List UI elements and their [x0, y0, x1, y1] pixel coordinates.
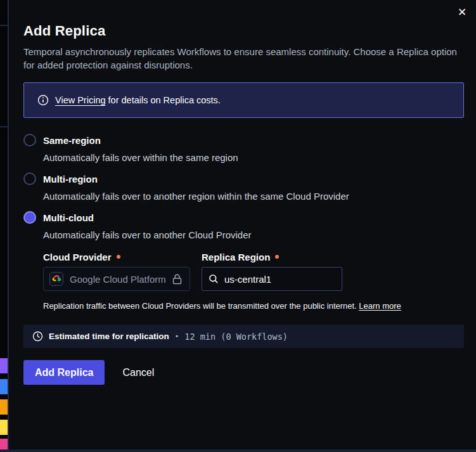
background-page-strip [0, 0, 9, 452]
modal-title: Add Replica [23, 23, 463, 39]
modal-actions: Add Replica Cancel [23, 360, 463, 385]
radio-icon[interactable] [23, 211, 36, 224]
option-description: Automatically fails over to another regi… [43, 191, 463, 202]
estimate-separator: • [176, 332, 179, 341]
cloud-provider-field: Google Cloud Platform [43, 267, 190, 291]
estimate-bar: Estimated time for replication • 12 min … [23, 325, 464, 348]
replica-options-group: Same-region Automatically fails over wit… [23, 133, 463, 311]
add-replica-button[interactable]: Add Replica [23, 360, 105, 385]
radio-same-region[interactable]: Same-region [23, 133, 463, 147]
search-icon [209, 274, 219, 284]
radio-icon[interactable] [23, 172, 36, 185]
cancel-button[interactable]: Cancel [122, 367, 154, 378]
background-stripe [0, 399, 8, 415]
option-description: Automatically fails over within the same… [43, 152, 463, 164]
multi-cloud-form: Cloud Provider Replica Region [43, 251, 463, 311]
lock-icon [172, 274, 182, 285]
option-same-region: Same-region Automatically fails over wit… [23, 133, 463, 164]
learn-more-link[interactable]: Learn more [359, 301, 401, 311]
cloud-provider-value: Google Cloud Platform [70, 274, 166, 285]
estimate-value: 12 min (0 Workflows) [184, 332, 288, 342]
public-internet-note: Replication traffic between Cloud Provid… [43, 301, 463, 311]
option-multi-cloud: Multi-cloud Automatically fails over to … [23, 210, 463, 311]
option-description: Automatically fails over to another Clou… [43, 229, 463, 241]
background-bottom-bar [0, 449, 476, 452]
add-replica-modal: ✕ Add Replica Temporal asynchronously re… [9, 0, 476, 449]
replica-region-label: Replica Region [202, 251, 279, 262]
replica-region-field[interactable]: us-central1 [202, 267, 342, 291]
view-pricing-link[interactable]: View Pricing [55, 95, 106, 105]
clock-icon [32, 331, 43, 342]
option-label: Multi-region [43, 174, 98, 184]
radio-icon[interactable] [23, 134, 36, 146]
background-stripe [0, 358, 8, 373]
required-dot [275, 255, 279, 259]
background-stripe [0, 379, 8, 394]
radio-multi-region[interactable]: Multi-region [23, 172, 463, 186]
radio-multi-cloud[interactable]: Multi-cloud [23, 210, 463, 224]
cloud-provider-label: Cloud Provider [43, 251, 202, 262]
gcp-logo-icon [49, 272, 63, 286]
estimate-label: Estimated time for replication [49, 332, 169, 341]
background-divider [0, 126, 8, 127]
background-stripe [0, 420, 8, 435]
replica-region-value[interactable]: us-central1 [224, 274, 271, 285]
pricing-banner-text: View Pricing for details on Replica cost… [55, 95, 221, 105]
option-multi-region: Multi-region Automatically fails over to… [23, 172, 463, 202]
required-dot [117, 255, 120, 259]
option-label: Multi-cloud [43, 212, 94, 223]
info-icon [37, 94, 49, 106]
modal-description: Temporal asynchronously replicates Workf… [23, 45, 462, 72]
pricing-banner: View Pricing for details on Replica cost… [23, 82, 464, 118]
background-divider [0, 25, 8, 26]
option-label: Same-region [43, 135, 101, 146]
